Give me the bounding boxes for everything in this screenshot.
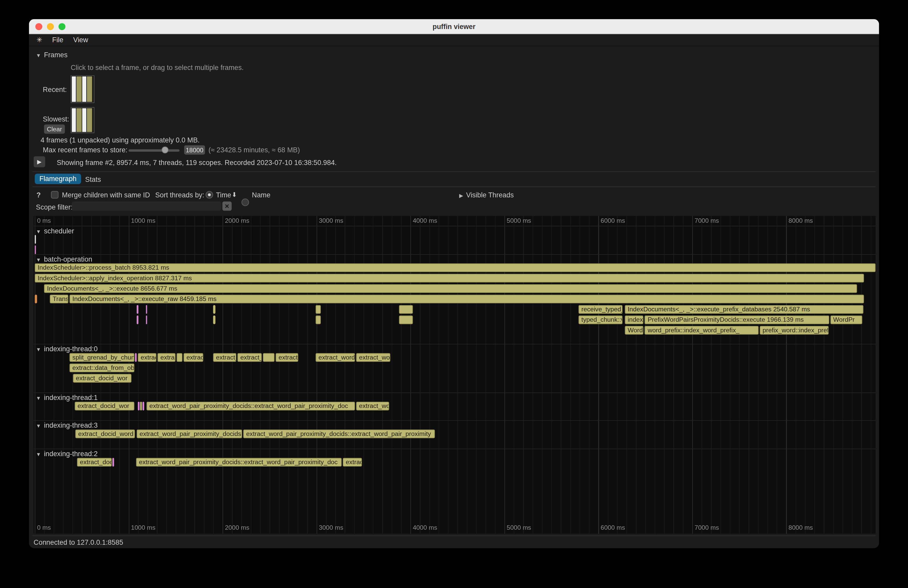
scope-bar[interactable]: Word [625, 326, 644, 335]
sort-name-radio[interactable] [241, 199, 249, 206]
time-tick-label: 6000 ms [601, 524, 625, 531]
visible-threads-collapsible[interactable]: ▶Visible Threads [459, 191, 514, 199]
scope-bar[interactable] [316, 315, 321, 324]
scope-bar[interactable]: extract_docid_wor [73, 374, 132, 383]
scope-bar[interactable] [399, 305, 413, 314]
time-tick-label: 2000 ms [225, 217, 249, 224]
scope-bar[interactable]: extrac [184, 353, 203, 362]
scope-bar[interactable] [213, 305, 215, 314]
scope-bar[interactable]: extra [158, 353, 175, 362]
thread-divider [34, 344, 876, 344]
scope-bar[interactable] [146, 305, 147, 314]
scope-bar[interactable] [137, 305, 138, 314]
thread-header-scheduler[interactable]: ▼scheduler [36, 227, 74, 235]
slowest-frames-thumbnail[interactable] [71, 107, 95, 133]
frame-bar [82, 76, 86, 102]
thread-header-indexing-thread-2[interactable]: ▼indexing-thread:2 [36, 450, 98, 458]
menu-view[interactable]: View [73, 36, 88, 44]
scope-bar[interactable] [316, 305, 321, 314]
scope-bar[interactable]: extract_word_pair_proximity_docids [137, 429, 242, 438]
sort-name-label[interactable]: Name [252, 191, 270, 199]
theme-icon[interactable]: ✳ [37, 36, 42, 44]
frame-bar [87, 76, 92, 102]
help-button[interactable]: ? [37, 191, 41, 199]
time-tick-label: 0 ms [37, 524, 51, 531]
clear-frames-button[interactable]: Clear [44, 124, 65, 134]
scope-bar[interactable]: extract [276, 353, 298, 362]
scope-bar[interactable]: prefix_word::index_prefix_wo [760, 326, 828, 335]
max-frames-value[interactable]: 18000 [184, 145, 205, 155]
scope-filter-label: Scope filter: [36, 203, 73, 211]
scope-bar[interactable]: extract_docid_wor [75, 402, 134, 411]
scope-bar[interactable]: IndexDocuments<_, _>::execute 8656.677 m… [44, 284, 857, 293]
max-frames-slider-knob[interactable] [161, 146, 168, 153]
scope-bar[interactable]: IndexScheduler>::process_batch 8953.821 … [35, 263, 876, 272]
play-button[interactable]: ▶ [34, 156, 45, 167]
scope-filter-input[interactable] [72, 201, 221, 211]
merge-children-checkbox[interactable] [51, 191, 59, 198]
scope-bar[interactable]: receive_typed_ [578, 305, 622, 314]
scope-bar[interactable] [35, 294, 37, 303]
scope-bar[interactable] [399, 315, 413, 324]
scope-bar[interactable]: PrefixWordPairsProximityDocids::execute … [645, 315, 829, 324]
scope-bar[interactable] [112, 458, 114, 467]
menubar: ✳ File View [29, 34, 879, 47]
scope-bar[interactable]: extract_ [237, 353, 262, 362]
thread-header-indexing-thread-3[interactable]: ▼indexing-thread:3 [36, 421, 98, 429]
scope-bar[interactable]: Trans [50, 294, 68, 303]
connection-status: Connected to 127.0.0.1:8585 [34, 538, 123, 546]
thread-header-batch-operation[interactable]: ▼batch-operation [36, 255, 92, 263]
scope-bar[interactable] [35, 246, 36, 254]
sort-time-radio[interactable] [206, 191, 213, 198]
scope-bar[interactable]: extract_wo [356, 353, 390, 362]
scope-bar[interactable]: IndexScheduler>::apply_index_operation 8… [35, 274, 864, 283]
recent-frames-thumbnail[interactable] [71, 76, 95, 103]
frame-bar-filler [93, 108, 93, 132]
frame-bar [76, 108, 82, 132]
scope-bar[interactable]: split_grenad_by_chun [69, 353, 134, 362]
thread-divider [34, 420, 876, 421]
scope-bar[interactable] [263, 353, 274, 362]
scope-bar[interactable] [140, 402, 142, 411]
scope-bar[interactable]: word_prefix::index_word_prefix_ [645, 326, 758, 335]
frames-collapsible-header[interactable]: ▼Frames [36, 51, 68, 59]
scope-bar[interactable]: index [625, 315, 644, 324]
scope-bar[interactable] [213, 315, 215, 324]
thread-header-indexing-thread-0[interactable]: ▼indexing-thread:0 [36, 345, 98, 353]
minimize-window-button[interactable] [47, 23, 54, 30]
scope-bar[interactable]: WordPr [830, 315, 862, 324]
scope-bar[interactable]: extract_ [213, 353, 236, 362]
sort-time-label[interactable]: Time [216, 191, 232, 199]
scope-bar[interactable] [137, 315, 138, 324]
tab-stats[interactable]: Stats [85, 175, 101, 183]
scope-bar[interactable]: extract_word_pair_proximity_docids::extr… [136, 458, 341, 467]
scope-bar[interactable]: extract::data_from_ob [69, 363, 134, 372]
scope-bar[interactable]: extract [138, 353, 156, 362]
merge-children-label: Merge children with same ID [62, 191, 150, 199]
scope-bar[interactable] [35, 235, 36, 244]
scope-bar[interactable] [143, 402, 144, 411]
flamegraph-canvas[interactable]: 0 ms1000 ms2000 ms3000 ms4000 ms5000 ms6… [34, 216, 876, 534]
scope-bar[interactable] [146, 315, 147, 324]
scope-bar[interactable]: extract_word_pair_proximity_docids::extr… [147, 402, 355, 411]
scope-bar[interactable]: extract_wo [356, 402, 389, 411]
scope-bar[interactable]: extract_doc [77, 458, 112, 467]
close-window-button[interactable] [35, 23, 42, 30]
tab-flamegraph[interactable]: Flamegraph [35, 174, 81, 184]
scope-bar[interactable]: typed_chunk::w [578, 315, 622, 324]
menu-file[interactable]: File [52, 36, 63, 44]
scope-bar[interactable]: extrac [343, 458, 362, 467]
scope-bar[interactable]: extract_word [316, 353, 355, 362]
scope-bar[interactable] [138, 402, 139, 411]
scope-bar[interactable] [177, 353, 182, 362]
zoom-window-button[interactable] [59, 23, 66, 30]
clear-filter-button[interactable]: ✕ [222, 201, 232, 211]
scope-bar[interactable]: IndexDocuments<_, _>::execute_prefix_dat… [625, 305, 863, 314]
scope-bar[interactable]: extract_docid_word [76, 429, 135, 438]
thread-header-indexing-thread-1[interactable]: ▼indexing-thread:1 [36, 394, 98, 402]
max-frames-slider[interactable] [129, 149, 180, 152]
scope-bar[interactable]: extract_word_pair_proximity_docids::extr… [243, 429, 435, 438]
scope-bar[interactable]: IndexDocuments<_, _>::execute_raw 8459.1… [69, 294, 864, 303]
scope-bar[interactable] [135, 353, 136, 362]
time-tick-label: 0 ms [37, 217, 51, 224]
